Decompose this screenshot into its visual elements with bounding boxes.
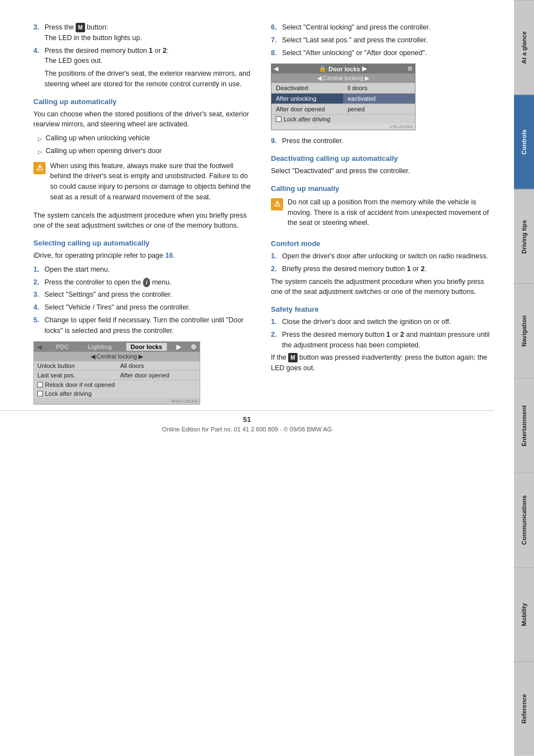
safety-step1-text: Close the driver's door and switch the i… [282, 317, 492, 327]
m-button-safety: M [288, 353, 297, 362]
screen1-row1: Unlock button All doors [34, 361, 200, 371]
screen1-row2: Last seat pos. After door opened [34, 371, 200, 380]
comfort-system-cancels: The system cancels the adjustment proced… [271, 277, 492, 298]
screen-door-locks-1: ◀ PDC Lighting Door locks ▶ ⚙ ◀ Central … [33, 341, 200, 405]
screen2-row1-right: ll doors [343, 83, 415, 93]
sidebar-tab-driving-tips[interactable]: Driving tips [514, 189, 534, 284]
screen1-tab-pdc: PDC [52, 343, 73, 351]
sidebar-tab-mobility[interactable]: Mobility [514, 567, 534, 662]
screen2-sub: ◀ Central locking ▶ [271, 73, 415, 83]
step4-text: Press the desired memory button 1 or 2: … [44, 46, 254, 67]
step3-sub: The LED in the button lights up. [44, 34, 142, 42]
calling-up-heading: Calling up automatically [33, 97, 254, 106]
sel-step5-num: 5. [33, 315, 42, 336]
warning-box-2: ⚠ Do not call up a position from the mem… [271, 197, 492, 232]
comfort-step1-num: 1. [271, 251, 280, 262]
screen1-checkbox2 [37, 391, 43, 396]
sidebar-tab-reference[interactable]: Reference [514, 661, 534, 756]
comfort-step-2: 2. Briefly press the desired memory butt… [271, 264, 492, 274]
step-8: 8. Select "After unlocking" or "After do… [271, 48, 492, 58]
screen2-forward-arrow: ▶ [362, 65, 367, 72]
screen1-row3-text: Relock door if not opened [45, 381, 115, 388]
calling-up-text: You can choose when the stored positions… [33, 109, 254, 130]
step-4: 4. Press the desired memory button 1 or … [33, 46, 254, 67]
right-column: 6. Select "Central locking" and press th… [271, 22, 492, 410]
screen1-tab-doorlocks: Door locks [126, 343, 167, 351]
screen2-row4-text: Lock after driving [284, 116, 330, 122]
comfort-step1-text: Open the driver's door after unlocking o… [282, 251, 492, 262]
sidebar: At a glance Controls Driving tips Naviga… [514, 0, 534, 756]
screen2-back-icon: ◀ [274, 65, 278, 72]
calling-manually-heading: Calling up manually [271, 184, 492, 193]
step9-text: Press the controller. [282, 136, 492, 146]
screen1-checkbox1 [37, 382, 43, 387]
screen2-body: Deactivated ll doors After unlocking eac… [271, 83, 415, 124]
step-3: 3. Press the M button: The LED in the bu… [33, 22, 254, 43]
screen1-watermark: W3VLU01AA [34, 398, 200, 404]
step3-text: Press the M button: The LED in the butto… [44, 22, 254, 43]
warning-text-1: When using this feature, always make sur… [50, 161, 254, 203]
step-9: 9. Press the controller. [271, 136, 492, 146]
step8-num: 8. [271, 48, 280, 58]
sidebar-tab-navigation[interactable]: Navigation [514, 283, 534, 378]
step6-num: 6. [271, 22, 280, 33]
screen2-row1-left: Deactivated [271, 83, 343, 93]
screen1-header: ◀ PDC Lighting Door locks ▶ ⚙ [34, 342, 200, 352]
deactivating-heading: Deactivating calling up automatically [271, 154, 492, 163]
selecting-intro: iDrive, for operating principle refer to… [33, 251, 254, 261]
comfort-step2-num: 2. [271, 264, 280, 274]
screen-door-locks-2: ◀ 🔒 Door locks ▶ ⚙ ◀ Central locking ▶ D… [271, 63, 416, 130]
screen2-row3: After door opened pened [271, 104, 415, 115]
screen1-row1-left: Unlock button [34, 361, 117, 370]
m-button-icon: M [76, 23, 85, 32]
sel-step1-num: 1. [33, 264, 42, 275]
bullet-2: ▷ Calling up when opening driver's door [33, 146, 254, 156]
deactivating-text: Select "Deactivated" and press the contr… [271, 166, 492, 176]
screen2-header-center: 🔒 Door locks ▶ [319, 65, 367, 72]
screen1-sub-header: ◀ Central locking ▶ [34, 352, 200, 361]
screen1-row2-right: After door opened [117, 371, 200, 380]
sel-step-1: 1. Open the start menu. [33, 264, 254, 275]
screen2-row3-left: After door opened [271, 104, 343, 114]
screen1-row3: Relock door if not opened [34, 380, 200, 389]
safety-step2-text: Press the desired memory button 1 or 2 a… [282, 330, 492, 351]
comfort-step-1: 1. Open the driver's door after unlockin… [271, 251, 492, 262]
step6-text: Select "Central locking" and press the c… [282, 22, 492, 33]
screen2-row1: Deactivated ll doors [271, 83, 415, 94]
step7-num: 7. [271, 35, 280, 46]
screen1-row1-right: All doors [117, 361, 200, 370]
screen1-row2-left: Last seat pos. [34, 371, 117, 380]
sel-step-5: 5. Change to upper field if necessary. T… [33, 315, 254, 336]
footer: 51 Online Edition for Part no. 01 41 2 6… [0, 410, 494, 433]
screen2-row4: Lock after driving [271, 115, 415, 124]
screen2-checkbox [276, 116, 281, 122]
calling-manually-warning: Do not call up a position from the memor… [288, 197, 492, 228]
sidebar-tab-entertainment[interactable]: Entertainment [514, 378, 534, 473]
step-7: 7. Select "Last seat pos." and press the… [271, 35, 492, 46]
step4-num: 4. [33, 46, 42, 67]
i-button-icon: i [143, 278, 150, 287]
screen2-title: Door locks [329, 66, 360, 72]
sel-step4-num: 4. [33, 302, 42, 313]
sidebar-tab-controls[interactable]: Controls [514, 95, 534, 189]
screen2-settings-icon: ⚙ [407, 65, 413, 72]
sel-step2-num: 2. [33, 277, 42, 288]
warning-icon-1: ⚠ [33, 162, 46, 174]
bullet-1-text: Calling up when unlocking vehicle [46, 133, 150, 144]
sel-step1-text: Open the start menu. [44, 264, 254, 275]
screen1-row4: Lock after driving [34, 389, 200, 398]
safety-step1-num: 1. [271, 317, 280, 327]
screen2-row3-right: pened [343, 104, 415, 114]
screen1-back-arrow: ◀ [37, 344, 42, 350]
screen1-tab-lighting: Lighting [83, 343, 116, 351]
bullet-arrow-2: ▷ [38, 148, 42, 156]
footer-text: Online Edition for Part no. 01 41 2 600 … [0, 426, 494, 433]
safety-feature-heading: Safety feature [271, 305, 492, 313]
step8-text: Select "After unlocking" or "After door … [282, 48, 492, 58]
sidebar-tab-communications[interactable]: Communications [514, 473, 534, 567]
sel-step3-num: 3. [33, 289, 42, 300]
screen2-row2: After unlocking eactivated [271, 94, 415, 104]
comfort-heading: Comfort mode [271, 239, 492, 248]
sidebar-tab-at-a-glance[interactable]: At a glance [514, 0, 534, 95]
warning-icon-2: ⚠ [271, 198, 283, 210]
